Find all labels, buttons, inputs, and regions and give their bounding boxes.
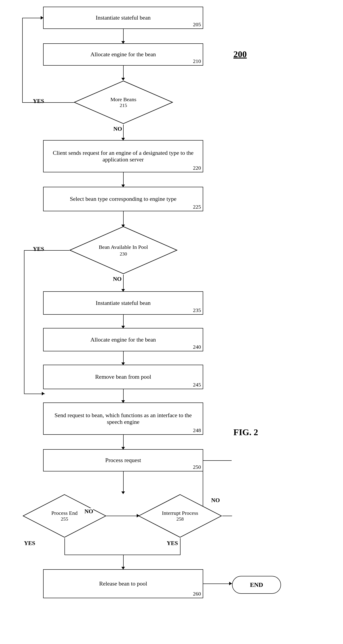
svg-marker-2 — [23, 494, 106, 537]
node-260: Release bean to pool 260 — [43, 569, 203, 598]
node-235: Instantiate stateful bean 235 — [43, 291, 203, 315]
label-yes-215: YES — [33, 98, 44, 104]
node-258: Interrupt Process 258 — [138, 494, 222, 538]
svg-marker-1 — [70, 226, 177, 274]
node-205: Instantiate stateful bean 205 — [43, 7, 203, 29]
node-245: Remove bean from pool 245 — [43, 365, 203, 389]
flowchart-diagram: Instantiate stateful bean 205 Allocate e… — [0, 0, 343, 644]
node-225: Select bean type corresponding to engine… — [43, 187, 203, 211]
node-240: Allocate engine for the bean 240 — [43, 328, 203, 351]
svg-marker-3 — [139, 494, 221, 537]
node-250: Process request 250 — [43, 449, 203, 472]
label-yes-258: YES — [167, 540, 178, 546]
node-248: Send request to bean, which functions as… — [43, 402, 203, 435]
node-215: More Beans 215 — [73, 80, 173, 124]
fig-label: FIG. 2 — [233, 427, 258, 438]
node-210: Allocate engine for the bean 210 — [43, 43, 203, 66]
node-255: Process End 255 — [22, 494, 107, 538]
label-no-230: NO — [113, 276, 122, 282]
label-yes-255: YES — [24, 540, 35, 546]
label-no-255: NO — [84, 508, 93, 515]
label-no-215: NO — [113, 126, 122, 132]
ref-200: 200 — [233, 49, 247, 59]
node-220: Client sends request for an engine of a … — [43, 140, 203, 172]
label-yes-230: YES — [33, 246, 44, 252]
node-end: END — [232, 576, 281, 594]
node-230: Bean Available In Pool 230 — [69, 226, 178, 275]
svg-marker-0 — [74, 81, 173, 124]
